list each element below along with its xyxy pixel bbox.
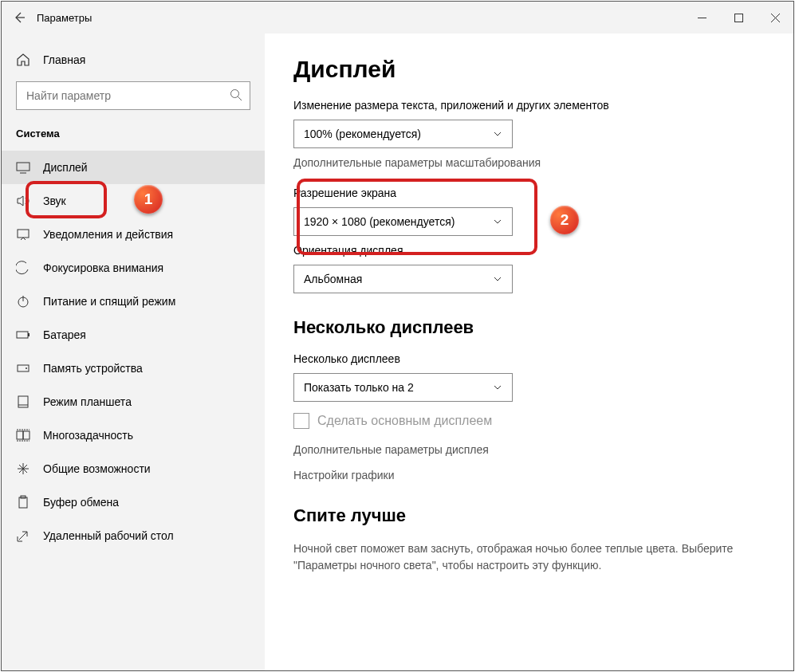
multi-label: Несколько дисплеев — [293, 352, 765, 365]
make-primary-label: Сделать основным дисплеем — [317, 414, 492, 428]
sidebar-item-storage[interactable]: Память устройства — [2, 352, 265, 385]
resolution-combo[interactable]: 1920 × 1080 (рекомендуется) — [293, 207, 513, 236]
make-primary-checkbox — [293, 413, 309, 429]
back-button[interactable] — [2, 2, 37, 33]
nav-label: Буфер обмена — [43, 496, 119, 509]
window-title: Параметры — [37, 12, 92, 24]
orientation-label: Ориентация дисплея — [293, 244, 765, 257]
multi-combo[interactable]: Показать только на 2 — [293, 373, 513, 402]
nav-label: Фокусировка внимания — [43, 261, 163, 274]
multi-title: Несколько дисплеев — [293, 317, 765, 338]
shared-icon — [16, 462, 30, 476]
sidebar-item-multitask[interactable]: Многозадачность — [2, 419, 265, 452]
battery-icon — [16, 328, 30, 342]
scale-combo[interactable]: 100% (рекомендуется) — [293, 120, 513, 148]
sleep-title: Спите лучше — [293, 505, 765, 526]
svg-rect-12 — [19, 497, 27, 508]
main-content: Дисплей Изменение размера текста, прилож… — [265, 33, 793, 670]
sidebar-item-power[interactable]: Питание и спящий режим — [2, 285, 265, 318]
svg-rect-6 — [28, 333, 30, 336]
sidebar: Главная Система Дисплей Звук Уведомления… — [2, 33, 265, 670]
annotation-badge-2: 2 — [550, 206, 579, 234]
sidebar-item-remote[interactable]: Удаленный рабочий стол — [2, 519, 265, 552]
nav-label: Память устройства — [43, 362, 143, 375]
svg-rect-0 — [734, 14, 742, 22]
svg-rect-11 — [23, 431, 30, 439]
sidebar-item-notifications[interactable]: Уведомления и действия — [2, 218, 265, 251]
svg-rect-3 — [18, 230, 29, 238]
nav-label: Общие возможности — [43, 462, 151, 475]
home-link[interactable]: Главная — [2, 43, 265, 77]
svg-rect-10 — [17, 431, 23, 439]
remote-icon — [16, 529, 30, 543]
nav-label: Режим планшета — [43, 395, 132, 408]
multi-value: Показать только на 2 — [304, 381, 414, 394]
maximize-icon — [734, 14, 743, 22]
sleep-text: Ночной свет поможет вам заснуть, отображ… — [293, 540, 765, 574]
scale-label: Изменение размера текста, приложений и д… — [293, 99, 765, 112]
nav-label: Батарея — [43, 328, 86, 341]
chevron-down-icon — [493, 383, 502, 392]
chevron-down-icon — [493, 217, 502, 226]
sidebar-item-sound[interactable]: Звук — [2, 184, 265, 218]
settings-window: Параметры Главная Система Дисплей — [1, 1, 794, 671]
chevron-down-icon — [493, 129, 502, 139]
orientation-value: Альбомная — [304, 273, 362, 285]
advanced-display-link[interactable]: Дополнительные параметры дисплея — [293, 443, 765, 456]
svg-rect-5 — [17, 332, 28, 338]
close-icon — [771, 14, 780, 22]
focus-icon — [16, 261, 30, 275]
group-label: Система — [2, 124, 265, 151]
nav-label: Уведомления и действия — [43, 228, 173, 241]
nav-label: Дисплей — [43, 161, 88, 174]
sidebar-item-battery[interactable]: Батарея — [2, 318, 265, 352]
svg-rect-9 — [18, 396, 28, 407]
home-label: Главная — [43, 53, 85, 66]
notifications-icon — [16, 227, 30, 242]
annotation-badge-1: 1 — [134, 185, 163, 214]
search-icon — [230, 88, 242, 101]
power-icon — [16, 294, 30, 308]
search-input[interactable] — [16, 81, 250, 110]
graphics-link[interactable]: Настройки графики — [293, 469, 765, 481]
svg-point-8 — [26, 367, 27, 369]
clipboard-icon — [16, 495, 30, 509]
chevron-down-icon — [493, 274, 502, 284]
window-controls — [683, 2, 793, 33]
page-title: Дисплей — [293, 56, 765, 83]
body: Главная Система Дисплей Звук Уведомления… — [2, 33, 793, 670]
tablet-icon — [16, 395, 30, 409]
make-primary-row: Сделать основным дисплеем — [293, 413, 765, 429]
search-wrap — [16, 81, 250, 110]
titlebar: Параметры — [2, 2, 793, 33]
storage-icon — [16, 361, 30, 375]
orientation-combo[interactable]: Альбомная — [293, 265, 513, 293]
sidebar-item-focus[interactable]: Фокусировка внимания — [2, 251, 265, 285]
svg-rect-2 — [17, 163, 30, 171]
sidebar-item-clipboard[interactable]: Буфер обмена — [2, 485, 265, 519]
close-button[interactable] — [757, 2, 793, 33]
maximize-button[interactable] — [720, 2, 757, 33]
scale-advanced-link[interactable]: Дополнительные параметры масштабирования — [293, 156, 765, 169]
nav-label: Многозадачность — [43, 429, 133, 442]
nav-label: Удаленный рабочий стол — [43, 529, 174, 542]
nav-label: Питание и спящий режим — [43, 295, 175, 308]
home-icon — [16, 53, 30, 67]
minimize-button[interactable] — [683, 2, 720, 33]
svg-point-1 — [231, 90, 239, 98]
resolution-value: 1920 × 1080 (рекомендуется) — [304, 215, 455, 228]
resolution-label: Разрешение экрана — [293, 187, 765, 199]
sidebar-item-shared[interactable]: Общие возможности — [2, 452, 265, 485]
sound-icon — [16, 194, 30, 208]
scale-value: 100% (рекомендуется) — [304, 128, 421, 140]
display-icon — [16, 160, 30, 175]
back-arrow-icon — [13, 11, 26, 24]
multitask-icon — [16, 428, 30, 442]
minimize-icon — [698, 14, 706, 22]
nav-label: Звук — [43, 195, 66, 207]
sidebar-item-display[interactable]: Дисплей — [2, 151, 265, 184]
sidebar-item-tablet[interactable]: Режим планшета — [2, 385, 265, 419]
